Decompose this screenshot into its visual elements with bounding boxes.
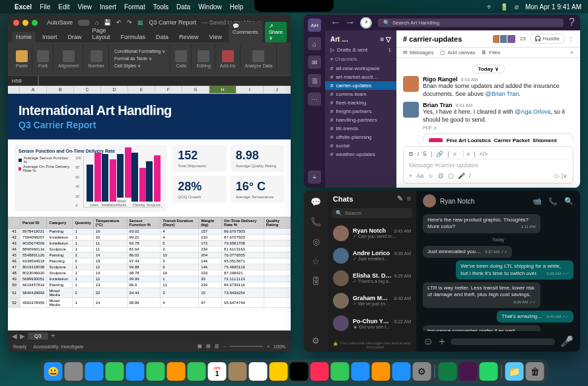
message-author[interactable]: Rigo Rangel <box>423 76 458 83</box>
chat-rail-archive-icon[interactable]: 🗄 <box>310 275 322 287</box>
sidebar-channel[interactable]: #carrier-updates <box>325 81 396 90</box>
menubar-data[interactable]: Data <box>176 3 190 11</box>
nav-fwd-icon[interactable]: → <box>345 17 355 29</box>
tool-cell-styles[interactable]: Cell Styles ∨ <box>112 63 167 69</box>
comments-button[interactable]: 💬 Comments <box>229 22 262 42</box>
share-button[interactable]: ↗ Share ∨ <box>265 22 287 42</box>
help-icon[interactable]: ? <box>569 17 575 28</box>
attach-button-icon[interactable]: + <box>439 336 445 348</box>
sidebar-channel[interactable]: #handling-partners <box>325 116 396 124</box>
menubar-view[interactable]: View <box>78 3 92 11</box>
format-icon[interactable]: Aa <box>416 173 423 179</box>
huddle-button[interactable]: 🎧Huddle <box>530 34 564 44</box>
table-row[interactable]: 439025674506Installation11192.78517279.6… <box>9 241 291 247</box>
workspace-name[interactable]: Art …≡ ▽ <box>325 33 396 46</box>
rail-home-icon[interactable]: ⌂ <box>308 37 321 50</box>
dock-calendar-icon[interactable]: APR1 <box>208 362 227 381</box>
ribbon-tab-layout[interactable]: Page Layout <box>89 25 114 42</box>
col-header[interactable]: G <box>182 86 209 93</box>
zoom-slider[interactable] <box>230 346 263 347</box>
nav-back-icon[interactable]: ← <box>330 17 341 29</box>
message-bubble[interactable]: We've been doing LTL shipping for a whil… <box>456 260 573 280</box>
dock-trash-icon[interactable]: 🗑 <box>526 362 544 381</box>
prev-sheet-icon[interactable]: ◀ <box>12 332 17 340</box>
col-header[interactable]: H <box>209 86 237 93</box>
chat-search[interactable]: 🔍Search <box>332 208 412 218</box>
rail-dm-icon[interactable]: ✉ <box>308 56 321 69</box>
menubar-insert[interactable]: Insert <box>100 3 116 11</box>
tool-editing[interactable]: Editing <box>192 45 215 73</box>
autosave-toggle[interactable]: AutoSave <box>47 19 73 26</box>
menubar-datetime[interactable]: Mon Apr 1 9:41 AM <box>525 3 581 11</box>
ribbon-tab-home[interactable]: Home <box>12 32 36 42</box>
avatar[interactable] <box>403 102 419 118</box>
dock-maps-icon[interactable] <box>147 362 165 381</box>
dock-finder-icon[interactable]: 😀 <box>44 362 63 381</box>
date-divider[interactable]: Today ∨ <box>472 65 504 73</box>
voice-call-icon[interactable]: 📞 <box>548 197 558 206</box>
tool-addins[interactable]: Add-ins <box>216 45 240 73</box>
ribbon-tab-data[interactable]: Data <box>152 32 172 42</box>
ribbon-tab-insert[interactable]: Insert <box>38 32 61 42</box>
table-header[interactable]: Transit Duration (Days) <box>161 217 199 229</box>
dock-messages-icon[interactable] <box>106 362 124 381</box>
video-call-icon[interactable]: 📹 <box>533 197 542 206</box>
table-header[interactable]: Temperature (°C) <box>93 217 127 229</box>
cell-reference[interactable]: H58 <box>12 78 32 84</box>
sidebar-channel[interactable]: #lttr-trends <box>325 124 396 133</box>
tool-analyze[interactable]: Analyze Data <box>241 45 277 73</box>
table-header[interactable]: Sensor Function % <box>127 217 161 229</box>
chat-list-item[interactable]: Elisha St. D…9:29 AM✓ There's a big a… <box>328 267 416 290</box>
table-row[interactable]: 506619457816Painting11396.91123484.67391… <box>9 282 291 288</box>
dock-slack-icon[interactable] <box>459 362 478 381</box>
rail-activity-icon[interactable]: ☰ <box>308 74 321 87</box>
mention-icon[interactable]: @ <box>437 173 443 179</box>
emoji-button-icon[interactable]: ☺ <box>423 336 433 348</box>
slack-search[interactable]: 🔍 Search Art Handling <box>378 19 564 27</box>
dock-notes-icon[interactable] <box>270 362 288 381</box>
col-header[interactable]: I <box>237 86 264 93</box>
col-header[interactable]: A <box>20 86 47 93</box>
shortcut-icon[interactable]: / <box>469 173 471 179</box>
col-header[interactable]: C <box>74 86 101 93</box>
slack-message[interactable]: Rigo Rangel8:54 AMBrian made some update… <box>403 76 573 98</box>
sidebar-channel[interactable]: #art-market-aucti… <box>325 73 396 81</box>
ribbon-tab-draw[interactable]: Draw <box>64 32 86 42</box>
document-title[interactable]: Q3 Carrier Report <box>149 19 196 26</box>
dock-folder-icon[interactable]: 📁 <box>505 362 524 381</box>
chat-list-item[interactable]: Andre Lorico9:39 AM✓ Just emailed… <box>328 245 416 267</box>
strike-icon[interactable]: S̶ <box>423 151 427 157</box>
table-row[interactable]: 448890960116Sculpture11181.64223481.6113… <box>9 247 291 252</box>
mention[interactable]: @Aga Orlova <box>515 108 550 115</box>
minimize-button[interactable] <box>22 20 28 26</box>
close-button[interactable] <box>13 20 19 26</box>
battery-icon[interactable]: 🔋 <box>500 3 508 11</box>
table-row[interactable]: 524391978455Mixed Media11498.8944795.647… <box>9 298 291 308</box>
send-icon[interactable]: ▷ |∨ <box>555 173 568 179</box>
view-break-icon[interactable]: ▥ <box>215 344 219 349</box>
chat-list-item[interactable]: Graham M…8:40 AM✓ We've just ex… <box>328 290 416 312</box>
add-sheet-button[interactable]: + <box>51 331 55 340</box>
col-header[interactable]: D <box>101 86 128 93</box>
mic-icon[interactable]: 🎤 <box>458 173 465 179</box>
member-count[interactable]: 23 <box>520 36 526 42</box>
ol-icon[interactable]: ≡ <box>453 151 457 157</box>
message-bubble[interactable]: Just emnecailed you…9:37 AM ✓✓ <box>423 246 512 258</box>
zoom-out-icon[interactable]: − <box>223 344 226 349</box>
table-header[interactable]: Quantity <box>73 217 93 229</box>
sidebar-channel[interactable]: #fleet-tracking <box>325 98 396 107</box>
sidebar-channel[interactable]: #comms-team <box>325 90 396 98</box>
table-row[interactable]: 418978419021Painting11993.02415786.67075… <box>9 229 291 235</box>
dock-excel-icon[interactable] <box>439 362 457 381</box>
tool-paste[interactable]: Paste <box>12 45 32 73</box>
sidebar-channel[interactable]: #all-new-workspace <box>325 64 396 73</box>
sub-files[interactable]: 🗎 Files <box>482 50 500 56</box>
avatar[interactable] <box>403 76 419 92</box>
channel-name[interactable]: # carrier-updates <box>403 35 462 43</box>
link-icon[interactable]: 🔗 <box>436 151 443 157</box>
table-row[interactable]: 427394098207Installation11099.21421087.6… <box>9 235 291 241</box>
search-conv-icon[interactable]: 🔍 <box>564 197 573 206</box>
col-header[interactable]: B <box>47 86 74 93</box>
composer-input[interactable]: Message #carrier-updates <box>406 159 570 171</box>
attach-icon[interactable]: + <box>409 173 412 179</box>
